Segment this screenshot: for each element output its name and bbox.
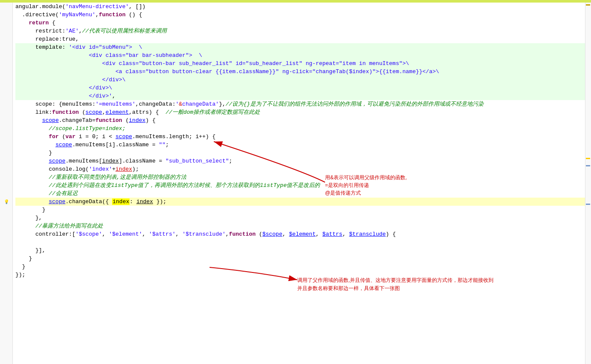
- gutter-line-3: [0, 19, 13, 27]
- gutter-line-21: [0, 165, 13, 173]
- code-line-33: }: [15, 263, 585, 271]
- line-gutter: 💡: [0, 3, 13, 364]
- gutter-line-10: [0, 76, 13, 84]
- code-line-22: //重新获取不同类型的列表,这是调用外部控制器的方法: [15, 173, 585, 181]
- code-line-14: link:function (scope,element,attrs) { //…: [15, 108, 585, 116]
- scroll-marker-top: [586, 4, 590, 6]
- gutter-line-27: [0, 214, 13, 222]
- gutter-line-7: [0, 51, 13, 59]
- code-line-9: <a class="button button-clear {{item.cla…: [15, 68, 585, 76]
- gutter-line-29: [0, 230, 13, 238]
- code-line-7: <div class="bar bar-subheader"> \: [15, 51, 585, 59]
- code-line-10: </div>\: [15, 76, 585, 84]
- code-line-6: template: '<div id="subMenu"> \: [15, 43, 585, 51]
- gutter-lightbulb-icon: 💡: [0, 198, 13, 206]
- page-container: 💡 angular.module('navMenu-directive', []…: [0, 0, 591, 364]
- gutter-line-31: [0, 246, 13, 255]
- code-line-5: replace:true,: [15, 35, 585, 43]
- scroll-marker-blue2: [586, 204, 590, 205]
- code-area: 💡 angular.module('navMenu-directive', []…: [0, 3, 591, 364]
- gutter-line-33: [0, 263, 13, 271]
- gutter-line-15: [0, 116, 13, 124]
- code-line-1: angular.module('navMenu-directive', []): [15, 3, 585, 11]
- code-line-11: </div>\: [15, 84, 585, 92]
- code-line-21: console.log('index'+index);: [15, 165, 585, 173]
- gutter-line-30: [0, 238, 13, 246]
- code-line-24: //会有延迟: [15, 189, 585, 198]
- gutter-line-16: [0, 124, 13, 133]
- code-line-19: }: [15, 149, 585, 157]
- code-line-17: for (var i = 0; i < scope.menuItems.leng…: [15, 133, 585, 141]
- gutter-line-6: [0, 43, 13, 51]
- code-line-13: scope: {menuItems:'=menuItems',changeDat…: [15, 100, 585, 108]
- scroll-marker-blue: [586, 165, 590, 166]
- code-line-8: <div class="button-bar sub_header_list" …: [15, 59, 585, 68]
- gutter-line-28: [0, 222, 13, 230]
- code-line-12: </div>',: [15, 92, 585, 100]
- code-line-18: scope.menuItems[i].className = "";: [15, 141, 585, 149]
- gutter-line-5: [0, 35, 13, 43]
- code-line-23: //此处遇到个问题在改变listType值了，再调用外部的方法时候、那个方法获取…: [15, 181, 585, 189]
- code-line-27: },: [15, 214, 585, 222]
- gutter-line-4: [0, 27, 13, 35]
- code-line-3: return {: [15, 19, 585, 27]
- scroll-marker-mid: [586, 158, 590, 159]
- code-line-20: scope.menuItems[index].className = "sub_…: [15, 157, 585, 165]
- gutter-line-26: [0, 206, 13, 214]
- gutter-line-12: [0, 92, 13, 100]
- gutter-line-23: [0, 181, 13, 189]
- scrollbar[interactable]: [585, 3, 591, 364]
- code-line-16: //scope.listType=index;: [15, 124, 585, 133]
- gutter-line-8: [0, 59, 13, 68]
- code-line-31: }],: [15, 246, 585, 255]
- code-line-2: .directive('myNavMenu',function () {: [15, 11, 585, 19]
- gutter-line-32: [0, 255, 13, 263]
- code-line-30: [15, 238, 585, 246]
- code-content: angular.module('navMenu-directive', []) …: [13, 3, 585, 364]
- code-line-4: restrict:'AE',//代表可以使用属性和标签来调用: [15, 27, 585, 35]
- gutter-line-34: [0, 271, 13, 279]
- gutter-line-1: [0, 3, 13, 11]
- code-line-25: scope.changeData({ index: index });: [15, 198, 585, 206]
- gutter-line-9: [0, 68, 13, 76]
- gutter-line-22: [0, 173, 13, 181]
- gutter-line-13: [0, 100, 13, 108]
- annotation-change-data: 调用了父作用域的函数,并且传值、这地方要注意要用字面量的方式传，那边才能接收到并…: [297, 276, 537, 293]
- gutter-line-2: [0, 11, 13, 19]
- code-line-15: scope.changeTab=function (index) {: [15, 116, 585, 124]
- gutter-line-11: [0, 84, 13, 92]
- gutter-line-20: [0, 157, 13, 165]
- code-line-29: controller:['$scope', '$element', '$attr…: [15, 230, 585, 238]
- gutter-line-17: [0, 133, 13, 141]
- annotation-scope-binding: 用&表示可以调用父级作用域的函数,=是双向的引用传递@是值传递方式: [325, 174, 445, 197]
- gutter-line-19: [0, 149, 13, 157]
- code-line-26: }: [15, 206, 585, 214]
- code-line-32: }: [15, 255, 585, 263]
- gutter-line-24: [0, 189, 13, 198]
- gutter-line-14: [0, 108, 13, 116]
- code-line-28: //暴露方法给外面写在此处: [15, 222, 585, 230]
- gutter-line-18: [0, 141, 13, 149]
